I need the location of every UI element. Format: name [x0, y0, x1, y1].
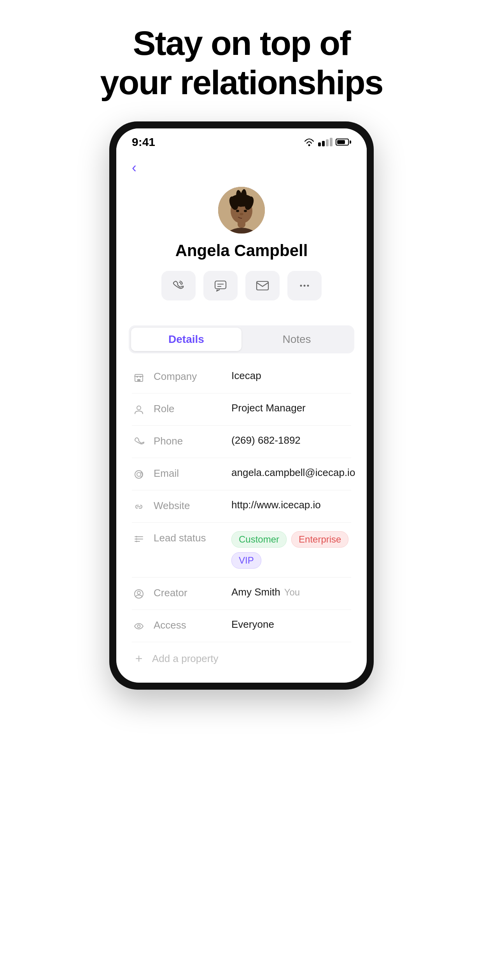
company-label: Company: [154, 370, 224, 383]
email-value: angela.campbell@icecap.io: [231, 467, 355, 479]
svg-point-20: [307, 285, 309, 287]
at-icon: [132, 467, 146, 481]
svg-point-19: [304, 285, 306, 287]
hero-section: Stay on top of your relationships: [69, 0, 414, 121]
svg-point-27: [137, 472, 141, 476]
badge-enterprise: Enterprise: [291, 531, 348, 548]
signal-icon: [318, 138, 332, 146]
building-icon: [132, 371, 146, 385]
svg-point-10: [236, 210, 239, 212]
nav-bar: ‹: [116, 153, 367, 179]
badge-customer: Customer: [231, 531, 287, 548]
phone-frame: 9:41: [109, 121, 374, 690]
status-bar: 9:41: [116, 128, 367, 153]
svg-point-35: [136, 541, 137, 542]
lead-status-badges: Customer Enterprise VIP: [231, 531, 351, 569]
email-button[interactable]: [245, 271, 280, 300]
email-icon: [256, 279, 270, 293]
svg-point-12: [240, 213, 243, 215]
tab-details[interactable]: Details: [131, 328, 242, 351]
profile-section: Angela Campbell: [116, 179, 367, 316]
svg-point-34: [136, 538, 137, 540]
svg-rect-25: [134, 376, 144, 377]
phone-detail-icon: [132, 435, 146, 449]
detail-row-creator: Creator Amy Smith You: [132, 578, 351, 610]
svg-point-18: [300, 285, 302, 287]
more-button[interactable]: [287, 271, 322, 300]
add-property-icon: +: [132, 652, 146, 666]
detail-row-role: Role Project Manager: [132, 393, 351, 426]
detail-row-phone: Phone (269) 682-1892: [132, 426, 351, 458]
detail-row-website: Website http://www.icecap.io: [132, 490, 351, 523]
svg-rect-17: [257, 281, 268, 290]
add-property-row[interactable]: + Add a property: [132, 642, 351, 675]
svg-point-0: [308, 144, 310, 146]
contact-name: Angela Campbell: [175, 241, 308, 260]
badge-vip: VIP: [231, 552, 261, 569]
access-label: Access: [154, 618, 224, 631]
back-button[interactable]: ‹: [132, 156, 140, 179]
add-property-label: Add a property: [152, 653, 219, 665]
role-value: Project Manager: [231, 402, 351, 414]
role-label: Role: [154, 402, 224, 415]
avatar-image: [218, 187, 265, 234]
svg-point-37: [137, 591, 140, 594]
creator-name: Amy Smith: [231, 586, 280, 598]
phone-value: (269) 682-1892: [231, 434, 351, 446]
avatar: [218, 187, 265, 234]
call-button[interactable]: [161, 271, 196, 300]
svg-point-28: [135, 471, 143, 478]
website-value: http://www.icecap.io: [231, 499, 351, 511]
detail-row-email: Email angela.campbell@icecap.io: [132, 458, 351, 490]
hero-headline: Stay on top of your relationships: [69, 0, 414, 121]
phone-label: Phone: [154, 434, 224, 447]
call-icon: [172, 279, 186, 293]
more-icon: [298, 279, 312, 293]
lead-status-label: Lead status: [154, 531, 224, 544]
tab-notes[interactable]: Notes: [242, 328, 352, 351]
creator-label: Creator: [154, 586, 224, 599]
creator-value: Amy Smith You: [231, 586, 300, 598]
access-value: Everyone: [231, 618, 351, 631]
company-value: Icecap: [231, 370, 351, 382]
battery-icon: [336, 139, 351, 146]
wifi-icon: [303, 138, 315, 146]
message-icon: [214, 279, 228, 293]
creator-you-tag: You: [284, 587, 300, 598]
list-icon: [132, 532, 146, 546]
svg-point-33: [136, 536, 137, 537]
website-label: Website: [154, 499, 224, 512]
tab-bar: Details Notes: [129, 325, 354, 353]
action-buttons-row: [161, 271, 322, 300]
email-label: Email: [154, 467, 224, 479]
svg-point-11: [244, 210, 247, 212]
status-icons: [303, 138, 351, 146]
details-list: Company Icecap Role Project Manager: [116, 353, 367, 683]
detail-row-company: Company Icecap: [132, 361, 351, 393]
svg-point-38: [138, 625, 140, 628]
detail-row-access: Access Everyone: [132, 610, 351, 642]
svg-point-26: [137, 406, 141, 410]
detail-row-lead-status: Lead status Customer Enterprise VIP: [132, 523, 351, 578]
person-icon: [132, 403, 146, 417]
phone-screen: 9:41: [116, 128, 367, 683]
link-icon: [132, 500, 146, 514]
svg-rect-24: [137, 379, 140, 381]
person-circle-icon: [132, 587, 146, 601]
message-button[interactable]: [203, 271, 238, 300]
status-time: 9:41: [132, 135, 155, 149]
svg-rect-14: [215, 281, 226, 289]
eye-icon: [132, 619, 146, 633]
